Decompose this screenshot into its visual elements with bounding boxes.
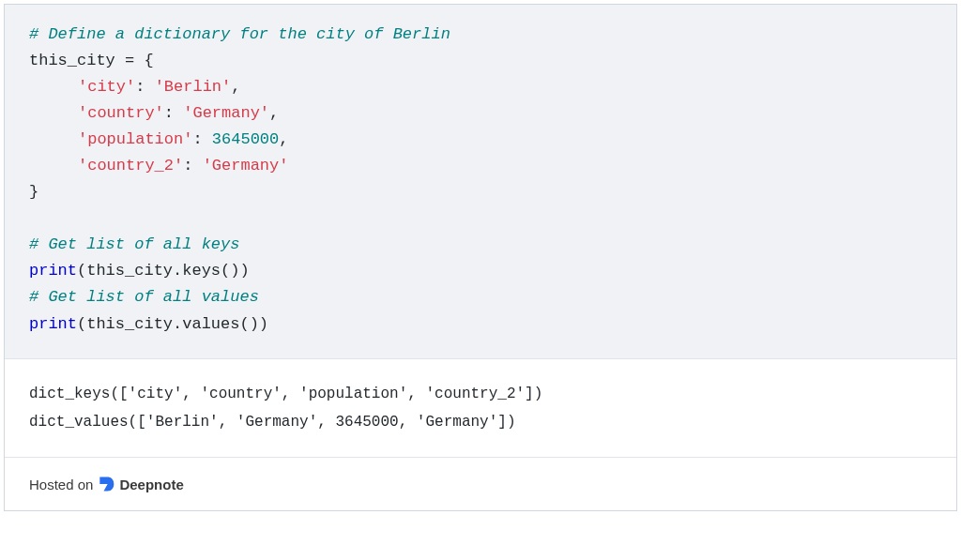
code-input-block: # Define a dictionary for the city of Be…: [5, 5, 956, 359]
code-sep: :: [183, 157, 202, 174]
code-comment: # Get list of all keys: [29, 235, 239, 253]
code-keyword: print: [29, 315, 77, 333]
dict-key: 'city': [78, 78, 135, 96]
code-output-block: dict_keys(['city', 'country', 'populatio…: [5, 359, 956, 459]
code-line: this_city = {: [29, 52, 154, 69]
dict-key: 'country_2': [78, 157, 183, 174]
brand-name: Deepnote: [119, 477, 183, 492]
output-line: dict_keys(['city', 'country', 'populatio…: [29, 380, 932, 408]
code-content: # Define a dictionary for the city of Be…: [29, 22, 932, 338]
dict-value-string: 'Germany': [183, 104, 269, 122]
dict-value-number: 3645000: [212, 130, 279, 148]
code-comma: ,: [279, 130, 288, 148]
code-line: }: [29, 183, 38, 201]
dict-key: 'country': [78, 104, 164, 122]
hosted-footer[interactable]: Hosted on Deepnote: [5, 458, 956, 510]
notebook-cell: # Define a dictionary for the city of Be…: [4, 4, 957, 511]
code-call: (this_city.values()): [77, 315, 268, 333]
code-comma: ,: [269, 104, 279, 122]
code-keyword: print: [29, 262, 77, 280]
deepnote-logo-icon: [97, 475, 115, 493]
dict-value-string: 'Germany': [203, 157, 289, 174]
code-comment: # Get list of all values: [29, 288, 259, 306]
code-sep: :: [192, 130, 211, 148]
code-comment: # Define a dictionary for the city of Be…: [29, 25, 450, 43]
code-sep: :: [135, 78, 154, 96]
code-call: (this_city.keys()): [77, 262, 250, 280]
dict-key: 'population': [78, 130, 192, 148]
code-comma: ,: [231, 78, 240, 96]
dict-value-string: 'Berlin': [155, 78, 232, 96]
output-line: dict_values(['Berlin', 'Germany', 364500…: [29, 408, 932, 436]
code-sep: :: [164, 104, 183, 122]
hosted-on-label: Hosted on: [29, 477, 93, 492]
